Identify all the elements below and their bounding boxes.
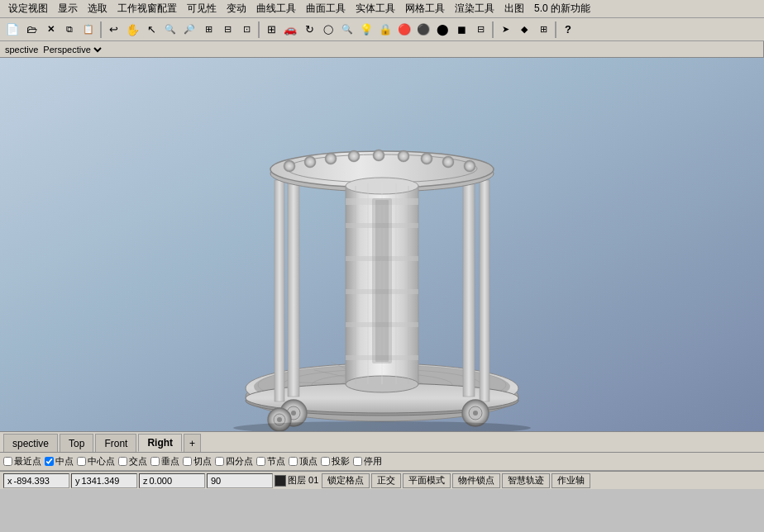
main-viewport[interactable]	[0, 58, 764, 431]
viewport-dropdown[interactable]: Perspective Top Front Right	[40, 44, 104, 55]
toolbar: 📄 🗁 ✕ ⧉ 📋 ↩ ✋ ↖ 🔍 🔎 ⊞ ⊟ ⊡ ⊞ 🚗 ↻ ◯ 🔍 💡 🔒 …	[0, 18, 764, 41]
sphere-button[interactable]: ⚫	[414, 21, 432, 39]
menu-item-curve-tools[interactable]: 曲线工具	[251, 0, 301, 17]
snap-quadrant-label: 四分点	[226, 455, 253, 468]
obj-snap-button[interactable]: 物件锁点	[452, 473, 500, 488]
svg-point-49	[291, 411, 296, 416]
snap-nearest-checkbox[interactable]	[3, 457, 12, 466]
snap-perpendicular[interactable]: 垂点	[150, 455, 179, 468]
menu-bar: 设定视图 显示 选取 工作视窗配置 可见性 变动 曲线工具 曲面工具 实体工具 …	[0, 0, 764, 18]
work-axis-button[interactable]: 作业轴	[552, 473, 590, 488]
snap-midpoint[interactable]: 中点	[45, 455, 74, 468]
snap-intersection[interactable]: 交点	[118, 455, 147, 468]
menu-item-mesh-tools[interactable]: 网格工具	[400, 0, 450, 17]
smart-track-button[interactable]: 智慧轨迹	[502, 473, 550, 488]
snap-perp-checkbox[interactable]	[150, 457, 160, 466]
zoom-extent-button[interactable]: ⊞	[199, 21, 217, 39]
lock-grid-button[interactable]: 锁定格点	[322, 473, 370, 488]
snap-tangent-checkbox[interactable]	[183, 457, 192, 466]
snap-vertex[interactable]: 顶点	[289, 455, 318, 468]
snap-center-checkbox[interactable]	[77, 457, 86, 466]
rotate-button[interactable]: ↻	[300, 21, 318, 39]
menu-item-new-features[interactable]: 5.0 的新功能	[529, 0, 595, 17]
snap-project[interactable]: 投影	[321, 455, 350, 468]
color-red-button[interactable]: 🔴	[395, 21, 413, 39]
menu-item-surface-tools[interactable]: 曲面工具	[301, 0, 351, 17]
snap-bar: 最近点 中点 中心点 交点 垂点 切点 四分点 节点 顶点 投影 停用	[0, 453, 764, 471]
svg-rect-16	[463, 169, 475, 397]
new-button[interactable]: 📄	[3, 21, 21, 39]
menu-item-render-tools[interactable]: 渲染工具	[450, 0, 499, 17]
help-button[interactable]: ?	[559, 21, 577, 39]
viewport-label-bar: spective Perspective Top Front Right	[0, 41, 764, 58]
mesh-button[interactable]: ⊟	[471, 21, 489, 39]
svg-point-23	[304, 156, 316, 168]
snap-quadrant-checkbox[interactable]	[215, 457, 224, 466]
snap-project-checkbox[interactable]	[321, 457, 330, 466]
layer-label: 图层 01	[288, 474, 318, 487]
menu-item-transform[interactable]: 变动	[222, 0, 251, 17]
menu-item-output[interactable]: 出图	[499, 0, 529, 17]
car-button[interactable]: 🚗	[281, 21, 299, 39]
panel-button[interactable]: ⊞	[534, 21, 552, 39]
tab-front[interactable]: Front	[95, 434, 136, 452]
snap-tangent-label: 切点	[193, 455, 212, 468]
pan-button[interactable]: ✋	[123, 21, 141, 39]
svg-point-28	[421, 153, 432, 164]
circle-button[interactable]: ◯	[319, 21, 337, 39]
snap-knot-checkbox[interactable]	[256, 457, 265, 466]
grid-button[interactable]: ⊞	[262, 21, 280, 39]
diamond-button[interactable]: ◆	[515, 21, 533, 39]
status-bar: x -894.393 y 1341.349 z 0.000 90 图层 01 锁…	[0, 471, 764, 489]
paste-button[interactable]: 📋	[79, 21, 98, 39]
sep3	[492, 21, 494, 38]
ortho-button[interactable]: 正交	[371, 473, 401, 488]
menu-item-viewport-config[interactable]: 工作视窗配置	[112, 0, 182, 17]
zoom-window-button[interactable]: ⊟	[218, 21, 236, 39]
zoom-sel-button[interactable]: ⊡	[237, 21, 255, 39]
snap-nearest-label: 最近点	[14, 455, 41, 468]
planar-mode-button[interactable]: 平面模式	[403, 473, 451, 488]
tab-add-button[interactable]: +	[184, 434, 201, 452]
snap-quadrant[interactable]: 四分点	[215, 455, 253, 468]
svg-point-30	[464, 160, 475, 172]
menu-item-display[interactable]: 显示	[53, 0, 83, 17]
tab-perspective[interactable]: spective	[3, 434, 58, 452]
snap-vertex-checkbox[interactable]	[289, 457, 298, 466]
copy-button[interactable]: ⧉	[60, 21, 79, 39]
lightbulb-button[interactable]: 💡	[357, 21, 375, 39]
svg-point-22	[284, 160, 295, 172]
close-x-button[interactable]: ✕	[41, 21, 60, 39]
sep1	[100, 21, 102, 38]
snap-tangent[interactable]: 切点	[183, 455, 212, 468]
select-arrow-button[interactable]: ↖	[142, 21, 160, 39]
cube-button[interactable]: ◼	[452, 21, 470, 39]
svg-rect-46	[375, 200, 389, 362]
snap-midpoint-checkbox[interactable]	[45, 457, 54, 466]
snap-knot[interactable]: 节点	[256, 455, 285, 468]
menu-item-visibility[interactable]: 可见性	[182, 0, 222, 17]
tab-right[interactable]: Right	[138, 434, 182, 452]
zoom-special-button[interactable]: 🔍	[338, 21, 356, 39]
snap-center[interactable]: 中心点	[77, 455, 115, 468]
lock-button[interactable]: 🔒	[376, 21, 394, 39]
arrow-right-button[interactable]: ➤	[496, 21, 514, 39]
cylinder-button[interactable]: ⬤	[433, 21, 451, 39]
zoom-in-button[interactable]: 🔍	[161, 21, 179, 39]
x-value: -894.393	[14, 476, 50, 486]
sep2	[258, 21, 260, 38]
zoom-out-button[interactable]: 🔎	[180, 21, 198, 39]
menu-item-select[interactable]: 选取	[83, 0, 112, 17]
undo-button[interactable]: ↩	[104, 21, 122, 39]
layer-color-box	[275, 475, 286, 487]
menu-item-solid-tools[interactable]: 实体工具	[351, 0, 400, 17]
snap-disable-label: 停用	[364, 455, 382, 468]
x-label: x	[7, 476, 12, 486]
menu-item-setview[interactable]: 设定视图	[3, 0, 53, 17]
snap-intersection-checkbox[interactable]	[118, 457, 127, 466]
open-button[interactable]: 🗁	[22, 21, 41, 39]
snap-disable-checkbox[interactable]	[353, 457, 362, 466]
snap-nearest[interactable]: 最近点	[3, 455, 41, 468]
snap-disable[interactable]: 停用	[353, 455, 382, 468]
tab-top[interactable]: Top	[60, 434, 93, 452]
